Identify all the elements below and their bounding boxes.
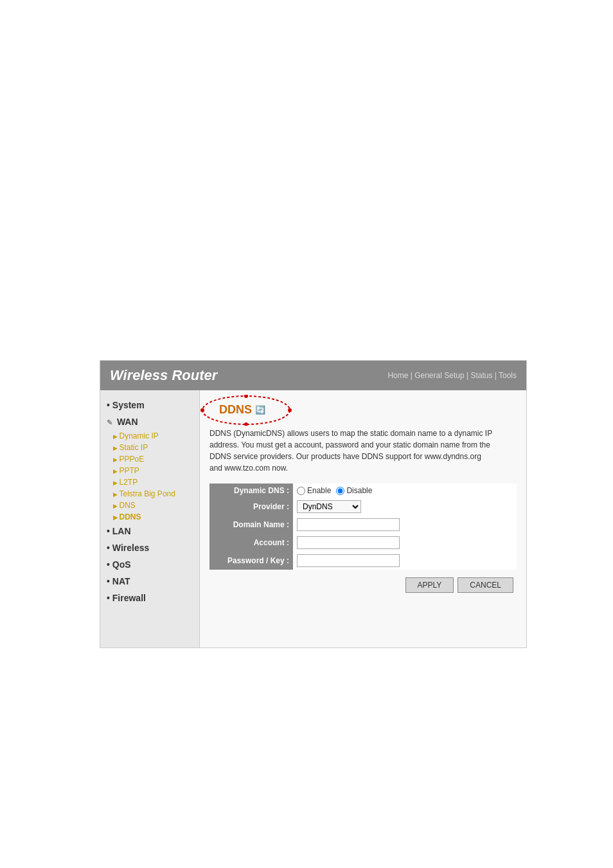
account-input-cell (293, 534, 517, 552)
sidebar-item-l2tp[interactable]: L2TP (100, 476, 199, 488)
sidebar-item-telstra[interactable]: Telstra Big Pond (100, 488, 199, 500)
sidebar-item-pppoe[interactable]: PPPoE (100, 453, 199, 465)
domain-name-input-cell (293, 516, 517, 534)
sidebar-item-dns[interactable]: DNS (100, 500, 199, 511)
cancel-button[interactable]: CANCEL (458, 577, 513, 593)
router-header: Wireless Router Home | General Setup | S… (100, 361, 526, 390)
nav-home[interactable]: Home (387, 371, 408, 380)
nav-tools[interactable]: Tools (499, 371, 517, 380)
password-input-cell (293, 552, 517, 570)
svg-point-2 (288, 408, 292, 412)
svg-point-1 (200, 408, 204, 412)
sidebar-item-qos[interactable]: QoS (100, 556, 199, 573)
ddns-form-table: Dynamic DNS : Enable Disable (209, 484, 517, 570)
password-input[interactable] (297, 554, 400, 567)
disable-radio[interactable] (336, 487, 344, 495)
domain-name-label: Domain Name : (209, 516, 293, 534)
refresh-icon[interactable]: 🔄 (255, 405, 265, 415)
provider-select[interactable]: DynDNS TZO (297, 500, 361, 513)
password-label: Password / Key : (209, 552, 293, 570)
disable-radio-label[interactable]: Disable (336, 486, 372, 495)
sidebar-item-system[interactable]: System (100, 397, 199, 413)
apply-button[interactable]: APPLY (405, 577, 454, 593)
provider-label: Provider : (209, 498, 293, 516)
nav-status[interactable]: Status (470, 371, 492, 380)
router-container: Wireless Router Home | General Setup | S… (100, 360, 527, 648)
account-label: Account : (209, 534, 293, 552)
svg-point-4 (244, 422, 248, 426)
sidebar-item-ddns[interactable]: DDNS (100, 511, 199, 523)
dynamic-dns-label: Dynamic DNS : (209, 484, 293, 498)
sidebar-item-nat[interactable]: NAT (100, 573, 199, 590)
provider-row: Provider : DynDNS TZO (209, 498, 517, 516)
password-row: Password / Key : (209, 552, 517, 570)
dynamic-dns-input-cell: Enable Disable (293, 484, 517, 498)
domain-name-row: Domain Name : (209, 516, 517, 534)
router-body: System WAN Dynamic IP Static IP PPPoE PP… (100, 390, 526, 647)
nav-general-setup[interactable]: General Setup (414, 371, 464, 380)
sidebar-item-firewall[interactable]: Firewall (100, 590, 199, 606)
sidebar-item-dynamic-ip[interactable]: Dynamic IP (100, 430, 199, 442)
sidebar-item-pptp[interactable]: PPTP (100, 465, 199, 476)
page-wrapper: Wireless Router Home | General Setup | S… (0, 0, 613, 868)
sidebar-item-static-ip[interactable]: Static IP (100, 442, 199, 453)
svg-point-3 (244, 395, 248, 398)
dynamic-dns-radio-group: Enable Disable (297, 486, 513, 495)
header-nav: Home | General Setup | Status | Tools (387, 371, 517, 380)
ddns-description: DDNS (DynamicDNS) allows users to map th… (209, 428, 492, 474)
buttons-row: APPLY CANCEL (209, 577, 517, 593)
sidebar-item-wireless[interactable]: Wireless (100, 539, 199, 556)
ddns-heading-wrapper: DDNS 🔄 (209, 400, 275, 420)
account-row: Account : (209, 534, 517, 552)
router-title: Wireless Router (110, 367, 217, 384)
content-area: DDNS 🔄 DDNS (DynamicDNS) allows users to… (200, 390, 526, 647)
provider-input-cell: DynDNS TZO (293, 498, 517, 516)
enable-radio[interactable] (297, 487, 305, 495)
domain-name-input[interactable] (297, 518, 400, 531)
account-input[interactable] (297, 536, 400, 549)
dynamic-dns-row: Dynamic DNS : Enable Disable (209, 484, 517, 498)
sidebar-item-lan[interactable]: LAN (100, 523, 199, 539)
sidebar: System WAN Dynamic IP Static IP PPPoE PP… (100, 390, 200, 647)
ddns-heading-title: DDNS 🔄 (209, 400, 275, 420)
sidebar-item-wan[interactable]: WAN (100, 413, 199, 430)
enable-radio-label[interactable]: Enable (297, 486, 331, 495)
